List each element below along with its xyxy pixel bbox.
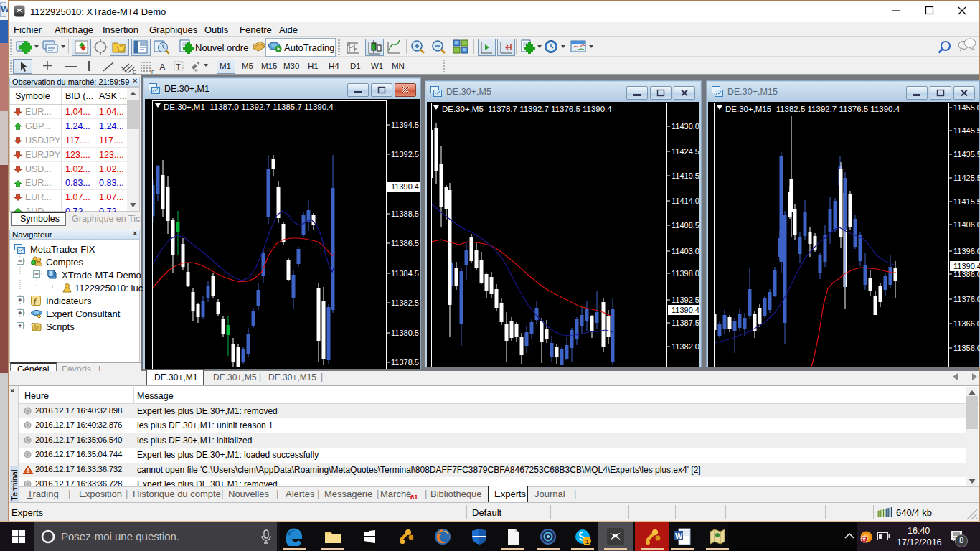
svg-text:11390.4: 11390.4 <box>953 262 980 270</box>
svg-text:11382.0: 11382.0 <box>672 342 699 351</box>
svg-text:11392.5: 11392.5 <box>391 150 419 159</box>
svg-text:11430.0: 11430.0 <box>672 122 699 131</box>
svg-text:11390.4: 11390.4 <box>391 182 419 191</box>
svg-text:11455.0: 11455.0 <box>953 103 980 112</box>
svg-text:11378.5: 11378.5 <box>391 358 419 367</box>
svg-text:11380.5: 11380.5 <box>391 329 419 337</box>
svg-text:11415.5: 11415.5 <box>953 197 980 206</box>
svg-text:W: W <box>675 532 683 540</box>
svg-text:11376.0: 11376.0 <box>953 295 980 303</box>
svg-text:11386.5: 11386.5 <box>391 239 419 248</box>
svg-text:11392.5: 11392.5 <box>672 296 699 304</box>
svg-text:11388.5: 11388.5 <box>391 209 419 218</box>
svg-text:11398.0: 11398.0 <box>672 269 699 278</box>
svg-text:11366.0: 11366.0 <box>953 319 980 328</box>
svg-text:11396.0: 11396.0 <box>953 247 980 255</box>
svg-text:DE.30+,M5 11378.7 11392.7 113: DE.30+,M5 11378.7 11392.7 11376.5 11390.… <box>442 105 612 113</box>
svg-text:11424.5: 11424.5 <box>672 147 699 156</box>
svg-text:DE.30+,M1 11387.0 11392.7 113: DE.30+,M1 11387.0 11392.7 11385.7 11390.… <box>164 103 334 111</box>
svg-text:11394.5: 11394.5 <box>391 121 419 129</box>
svg-text:11406.0: 11406.0 <box>953 220 980 229</box>
svg-text:11382.5: 11382.5 <box>391 298 419 307</box>
svg-text:11387.5: 11387.5 <box>672 319 699 327</box>
svg-text:11435.5: 11435.5 <box>953 150 980 159</box>
svg-text:11356.0: 11356.0 <box>953 344 980 352</box>
svg-text:1: 1 <box>585 538 589 545</box>
svg-text:Terminal: Terminal <box>10 470 19 501</box>
svg-text:DE.30+,M15 11382.5 11392.7 11: DE.30+,M15 11382.5 11392.7 11376.5 11390… <box>725 105 900 113</box>
svg-text:11384.5: 11384.5 <box>391 269 419 278</box>
svg-text:11419.5: 11419.5 <box>672 171 699 180</box>
svg-text:11425.5: 11425.5 <box>953 174 980 182</box>
svg-text:11390.4: 11390.4 <box>672 306 699 314</box>
svg-text:11414.0: 11414.0 <box>672 197 699 205</box>
svg-text:11403.0: 11403.0 <box>672 247 699 255</box>
svg-text:11408.5: 11408.5 <box>672 221 699 230</box>
svg-text:11445.5: 11445.5 <box>953 126 980 135</box>
